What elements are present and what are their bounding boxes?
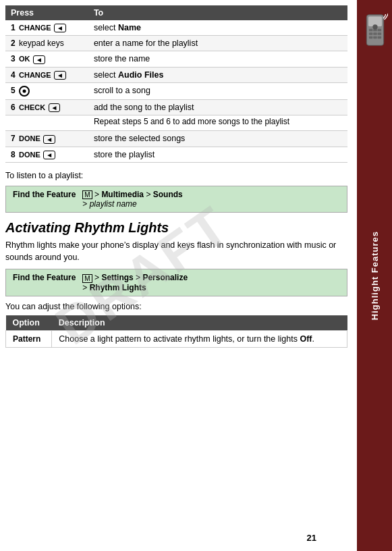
- key-label: DONE: [19, 134, 40, 142]
- svg-rect-5: [369, 32, 372, 35]
- to-col-header: To: [88, 5, 347, 20]
- table-row: Repeat steps 5 and 6 to add more songs t…: [5, 115, 347, 131]
- menu-icon-2: M: [82, 274, 92, 283]
- find-feature-2: Find the Feature M > Settings > Personal…: [5, 269, 347, 296]
- step-number: 3: [11, 54, 16, 63]
- svg-rect-10: [378, 36, 381, 39]
- options-table: Option Description Pattern Choose a ligh…: [5, 315, 347, 348]
- key-icon: ◄: [49, 103, 61, 112]
- table-row: 3 OK ◄ store the name: [5, 51, 347, 67]
- find-feature-1: Find the Feature M > Multimedia > Sounds…: [5, 186, 347, 213]
- svg-rect-7: [378, 32, 381, 35]
- repeat-instructions: Repeat steps 5 and 6 to add more songs t…: [88, 115, 347, 131]
- table-row: 6 CHECK ◄ add the song to the playlist: [5, 99, 347, 115]
- svg-rect-8: [369, 36, 372, 39]
- options-intro-text: You can adjust the following options:: [5, 302, 347, 311]
- find-feature-path-2: M > Settings > Personalize > Rhythm Ligh…: [82, 273, 188, 292]
- step-number: 4: [11, 70, 16, 80]
- key-icon: ◄: [54, 24, 66, 32]
- step-number: 8: [11, 150, 16, 159]
- svg-rect-9: [373, 36, 376, 39]
- key-icon: ◄: [43, 135, 55, 144]
- section-description: Rhythm lights make your phone’s display …: [5, 240, 347, 263]
- key-label: OK: [19, 55, 30, 63]
- key-icon: ◄: [33, 55, 45, 64]
- table-row: 7 DONE ◄ store the selected songs: [5, 131, 347, 147]
- nav-icon: [19, 86, 30, 97]
- table-row: 2 keypad keys enter a name for the playl…: [5, 36, 347, 51]
- press-to-table: Press To 1 CHANGE ◄ select Name: [5, 5, 347, 163]
- listen-text: To listen to a playlist:: [5, 171, 347, 180]
- step-number: 6: [11, 103, 16, 112]
- action-cell: select Name: [88, 20, 347, 36]
- find-feature-path: M > Multimedia > Sounds > playlist name: [82, 190, 182, 209]
- svg-point-11: [372, 24, 377, 29]
- key-icon: ◄: [54, 71, 66, 80]
- action-cell: select Audio Files: [88, 67, 347, 82]
- action-cell: enter a name for the playlist: [88, 36, 347, 51]
- section-heading: Activating Rhythm Lights: [5, 219, 347, 236]
- action-cell: store the selected songs: [88, 131, 347, 147]
- table-row: 8 DONE ◄ store the playlist: [5, 147, 347, 162]
- key-label: DONE: [19, 151, 40, 159]
- option-name: Pattern: [6, 330, 52, 347]
- table-row: 4 CHANGE ◄ select Audio Files: [5, 67, 347, 82]
- press-col-header: Press: [5, 5, 88, 20]
- table-row: 5 scroll to a song: [5, 82, 347, 99]
- key-icon: ◄: [43, 151, 55, 159]
- key-label: keypad keys: [19, 38, 64, 48]
- svg-rect-2: [369, 29, 372, 32]
- svg-rect-4: [378, 29, 381, 32]
- key-label: CHANGE: [19, 24, 51, 32]
- page-number: 21: [307, 533, 316, 543]
- sidebar: Highlight Features: [357, 0, 392, 551]
- svg-rect-6: [373, 32, 376, 35]
- desc-col-header: Description: [52, 315, 347, 331]
- phone-icon: [362, 14, 388, 49]
- step-number: 7: [11, 134, 16, 143]
- action-cell: add the song to the playlist: [88, 99, 347, 115]
- step-number: 5: [11, 86, 16, 95]
- action-cell: store the name: [88, 51, 347, 67]
- action-cell: scroll to a song: [88, 82, 347, 99]
- table-row: Pattern Choose a light pattern to activa…: [6, 330, 347, 347]
- find-feature-label: Find the Feature: [13, 190, 76, 199]
- option-description: Choose a light pattern to activate rhyth…: [52, 330, 347, 347]
- find-feature-label-2: Find the Feature: [13, 273, 76, 282]
- option-col-header: Option: [6, 315, 52, 331]
- table-row: 1 CHANGE ◄ select Name: [5, 20, 347, 36]
- menu-icon: M: [82, 190, 92, 199]
- action-cell: store the playlist: [88, 147, 347, 162]
- step-number: 1: [11, 23, 16, 32]
- key-label: CHECK: [19, 103, 45, 111]
- sidebar-title: Highlight Features: [370, 231, 380, 320]
- step-number: 2: [11, 38, 16, 48]
- key-label: CHANGE: [19, 71, 51, 79]
